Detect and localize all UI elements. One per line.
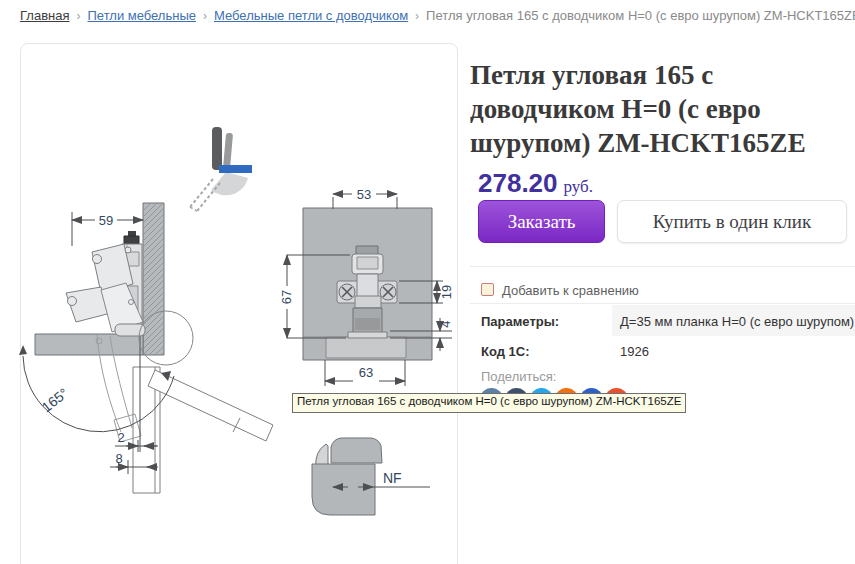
breadcrumb-separator: › [415,9,419,23]
order-button[interactable]: Заказать [478,200,605,243]
price: 278.20руб. [478,168,593,199]
breadcrumb-category-link[interactable]: Петли мебельные [87,8,196,23]
spec-value-code: 1926 [620,344,649,359]
price-currency: руб. [564,177,593,196]
spec-label-params: Параметры: [481,314,559,329]
price-value: 278.20 [478,168,558,198]
breadcrumb-subcategory-link[interactable]: Мебельные петли с доводчиком [214,8,408,23]
add-to-compare[interactable]: Добавить к сравнению [481,281,639,297]
breadcrumb-current-page: Петля угловая 165 с доводчиком H=0 (с ев… [426,8,855,23]
share-label: Поделиться: [481,369,556,384]
compare-checkbox-icon[interactable] [481,283,494,296]
breadcrumb-separator: › [76,9,80,23]
breadcrumb: Главная›Петли мебельные›Мебельные петли … [20,8,850,23]
product-image-card[interactable] [20,43,458,564]
product-page: Главная›Петли мебельные›Мебельные петли … [0,0,855,564]
breadcrumb-separator: › [203,9,207,23]
breadcrumb-home-link[interactable]: Главная [20,8,69,23]
buy-one-click-button[interactable]: Купить в один клик [617,200,847,243]
divider [470,303,855,304]
compare-label: Добавить к сравнению [502,283,639,298]
spec-value-params: Д=35 мм планка Н=0 (с евро шурупом) [620,314,854,329]
tooltip: Петля угловая 165 с доводчиком H=0 (с ев… [292,393,686,413]
divider [470,266,855,267]
product-title: Петля угловая 165 с доводчиком H=0 (с ев… [470,58,852,160]
spec-label-code: Код 1С: [481,344,530,359]
